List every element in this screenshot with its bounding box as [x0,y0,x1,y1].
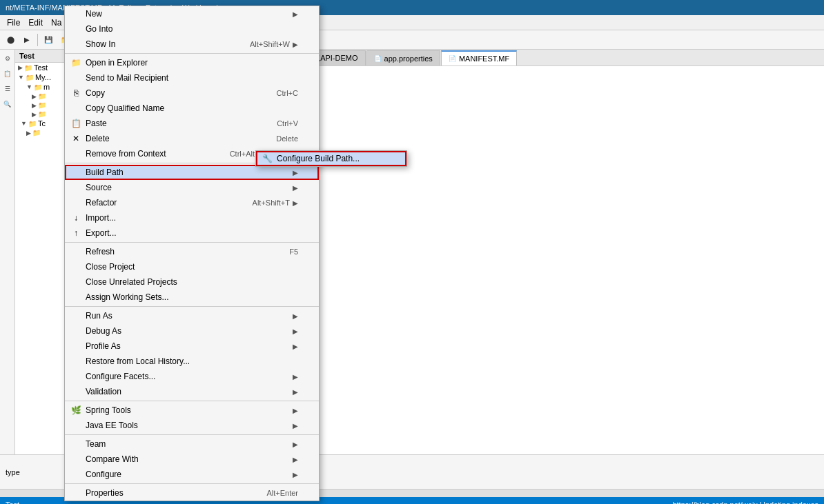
side-icon-4[interactable]: 🔍 [1,98,14,110]
menu-label-7: Copy Qualified Name [86,103,164,113]
side-icons: ⚙ 📋 ☰ 🔍 [0,50,15,454]
menu-item-send-to-mail-recipient[interactable]: Send to Mail Recipient [65,70,319,85]
menu-label-24: Debug As [86,326,121,336]
menu-item-restore-from-local-history[interactable]: Restore from Local History... [65,354,319,369]
menu-label-15: Import... [86,213,116,223]
toolbar-btn-1[interactable]: ⬤ [3,32,18,48]
tree-label-my: My... [35,73,51,81]
tree-icon-2: 📁 [26,74,34,81]
menu-sep-3 [65,53,319,54]
submenu-item-0[interactable]: 🔧Configure Build Path... [256,151,406,166]
menu-label-27: Configure Facets... [86,372,155,381]
menu-arrow-33: ▶ [293,441,298,448]
toolbar-btn-2[interactable]: ▶ [19,32,35,48]
tree-icon-1: 📁 [24,64,32,72]
menu-item-refresh[interactable]: RefreshF5 [65,244,319,259]
menu-label-16: Export... [86,228,117,238]
menu-item-configure-facets[interactable]: Configure Facets...▶ [65,369,319,384]
menu-sep-22 [65,306,319,307]
menu-label-2: Show In [86,39,115,49]
menu-item-spring-tools[interactable]: 🌿Spring Tools▶ [65,403,319,418]
tab-app-properties[interactable]: 📄 app.properties [366,50,440,65]
menu-item-refactor[interactable]: RefactorAlt+Shift+T▶ [65,195,319,210]
bottom-panel-text: type [6,468,20,476]
menu-label-28: Validation [86,387,121,396]
menu-arrow-30: ▶ [293,407,298,414]
menu-item-copy[interactable]: ⎘CopyCtrl+C [65,85,319,101]
menu-item-assign-working-sets[interactable]: Assign Working Sets... [65,290,319,305]
menu-arrow-23: ▶ [293,312,298,320]
submenu-icon-buildpath: 🔧 [262,153,273,164]
tree-label-test: Test [34,63,48,72]
tab-manifest[interactable]: 📄 MANIFEST.MF [441,50,517,65]
menu-icon-paste: 📋 [70,118,81,129]
menu-label-19: Close Project [86,262,135,272]
side-icon-3[interactable]: ☰ [1,83,14,95]
menu-sep-36 [65,483,319,484]
menu-item-open-in-explorer[interactable]: 📁Open in Explorer [65,55,319,70]
menu-arrow-31: ▶ [293,422,298,430]
menu-shortcut-6: Ctrl+C [277,89,298,97]
menu-label-5: Send to Mail Recipient [86,73,168,83]
tab-label-app-properties: app.properties [384,54,433,63]
toolbar-sep-1 [37,34,38,46]
menu-arrow-34: ▶ [293,456,298,463]
side-icon-1[interactable]: ⚙ [1,52,14,65]
menu-nav[interactable]: Na [47,17,66,29]
menu-label-14: Refactor [86,198,117,208]
menu-shortcut-8: Ctrl+V [277,119,298,128]
menu-label-12: Build Path [86,168,124,177]
submenu-label-0: Configure Build Path... [277,154,360,163]
tab-icon-manifest: 📄 [449,55,456,62]
menu-item-go-into[interactable]: Go Into [65,21,319,37]
menu-item-source[interactable]: Source▶ [65,180,319,195]
menu-item-new[interactable]: New▶ [65,6,319,21]
menu-item-delete[interactable]: ✕DeleteDelete [65,131,319,146]
tree-icon-7: 📁 [28,120,37,128]
tree-icon-8: 📁 [32,129,41,137]
menu-label-26: Restore from Local History... [86,356,190,366]
menu-item-properties[interactable]: PropertiesAlt+Enter [65,485,319,501]
menu-label-6: Copy [86,88,105,98]
toolbar-btn-3[interactable]: 💾 [41,32,56,48]
menu-item-show-in[interactable]: Show InAlt+Shift+W▶ [65,37,319,52]
menu-arrow-28: ▶ [293,388,298,396]
tab-icon-app-properties: 📄 [374,55,382,62]
side-icon-2[interactable]: 📋 [1,68,14,80]
status-left: Test [6,501,19,504]
tree-icon-4: 📁 [38,92,46,100]
menu-item-java-ee-tools[interactable]: Java EE Tools▶ [65,418,319,433]
menu-item-paste[interactable]: 📋PasteCtrl+V [65,116,319,131]
menu-edit[interactable]: Edit [24,17,47,29]
menu-item-compare-with[interactable]: Compare With▶ [65,452,319,467]
menu-label-1: Go Into [86,24,112,34]
menu-item-copy-qualified-name[interactable]: Copy Qualified Name [65,101,319,116]
menu-icon-import: ↓ [70,212,81,223]
menu-shortcut-2: Alt+Shift+W [250,40,290,48]
menu-item-debug-as[interactable]: Debug As▶ [65,323,319,339]
tree-icon-5: 📁 [38,101,46,109]
status-right: https://blog.csdn.net/weix Updating inde… [672,501,818,504]
menu-file[interactable]: File [3,17,24,29]
menu-item-team[interactable]: Team▶ [65,436,319,452]
menu-item-export[interactable]: ↑Export... [65,225,319,241]
tree-arrow-8: ▶ [26,130,31,137]
menu-arrow-25: ▶ [293,343,298,350]
menu-item-import[interactable]: ↓Import... [65,210,319,225]
menu-label-35: Configure [86,470,121,479]
menu-item-profile-as[interactable]: Profile As▶ [65,339,319,354]
menu-item-close-unrelated-projects[interactable]: Close Unrelated Projects [65,274,319,290]
menu-item-close-project[interactable]: Close Project [65,259,319,274]
menu-item-build-path[interactable]: Build Path▶ [65,165,319,180]
context-menu: New▶Go IntoShow InAlt+Shift+W▶📁Open in E… [64,6,320,501]
menu-label-9: Delete [86,134,110,143]
tree-arrow-6: ▶ [32,111,37,118]
tree-icon-3: 📁 [34,83,42,91]
menu-item-configure[interactable]: Configure▶ [65,467,319,482]
menu-item-validation[interactable]: Validation▶ [65,384,319,399]
menu-item-run-as[interactable]: Run As▶ [65,308,319,323]
menu-arrow-24: ▶ [293,327,298,335]
tree-arrow-7: ▼ [21,120,27,127]
menu-label-10: Remove from Context [86,149,166,159]
menu-arrow-0: ▶ [293,10,298,18]
